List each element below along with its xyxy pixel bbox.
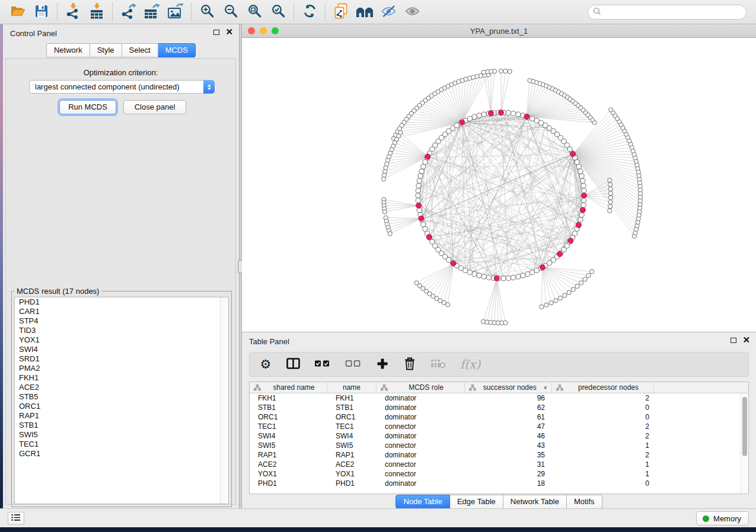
graph-node[interactable] [581, 203, 586, 207]
graph-node[interactable] [417, 178, 422, 183]
select-all-button[interactable] [314, 360, 331, 369]
table-row[interactable]: ACE2ACE2connector311 [250, 460, 741, 469]
table-row[interactable]: RAP1RAP1dominator352 [250, 450, 741, 460]
column-header-name[interactable]: name [327, 382, 377, 393]
tab-style[interactable]: Style [90, 43, 122, 57]
add-column-button[interactable] [376, 358, 389, 371]
graph-node[interactable] [503, 321, 508, 325]
table-scrollbar-thumb[interactable] [742, 397, 747, 456]
graph-node[interactable] [521, 273, 525, 278]
graph-node[interactable] [608, 204, 612, 209]
mcds-graph-node[interactable] [582, 193, 587, 198]
close-panel-icon[interactable]: ✕ [225, 29, 233, 35]
table-settings-button[interactable]: ⚙ [259, 358, 272, 370]
mcds-graph-node[interactable] [419, 216, 424, 221]
graph-node[interactable] [486, 275, 491, 280]
graph-node[interactable] [382, 210, 387, 214]
close-panel-button[interactable]: Close panel [123, 100, 186, 114]
graph-node[interactable] [467, 116, 472, 121]
table-tab-node-table[interactable]: Node Table [395, 495, 450, 509]
graph-node[interactable] [608, 200, 613, 204]
graph-node[interactable] [421, 222, 426, 227]
graph-node[interactable] [499, 69, 503, 73]
search-field[interactable] [588, 5, 747, 20]
table-row[interactable]: ORC1ORC1dominator610 [250, 412, 741, 422]
mcds-graph-node[interactable] [489, 111, 494, 116]
graph-node[interactable] [540, 305, 544, 309]
graph-node[interactable] [416, 188, 420, 193]
graph-node[interactable] [579, 213, 584, 217]
mcds-result-item[interactable]: FKH1 [15, 373, 228, 383]
graph-node[interactable] [458, 266, 463, 271]
table-scrollbar[interactable] [741, 393, 748, 493]
save-session-button[interactable] [30, 2, 53, 22]
table-tab-network-table[interactable]: Network Table [503, 495, 567, 509]
graph-node[interactable] [575, 159, 579, 164]
graph-node[interactable] [567, 290, 571, 294]
memory-button[interactable]: Memory [696, 511, 749, 525]
graph-node[interactable] [423, 159, 428, 164]
duplicate-network-button[interactable] [329, 2, 353, 22]
import-table-button[interactable] [85, 2, 109, 22]
graph-node[interactable] [467, 270, 472, 275]
graph-node[interactable] [472, 114, 477, 119]
graph-node[interactable] [549, 301, 553, 305]
graph-node[interactable] [558, 296, 562, 300]
optimization-criterion-select[interactable]: largest connected component (undirected) [29, 80, 215, 94]
mcds-result-item[interactable]: GCR1 [15, 449, 228, 459]
graph-node[interactable] [580, 178, 585, 183]
graph-node[interactable] [511, 111, 516, 116]
graph-node[interactable] [472, 272, 477, 277]
close-table-panel-icon[interactable]: ✕ [742, 337, 750, 343]
graph-node[interactable] [575, 284, 579, 289]
mcds-graph-node[interactable] [580, 207, 585, 213]
graph-node[interactable] [534, 268, 539, 273]
graph-node[interactable] [477, 273, 481, 278]
graph-node[interactable] [477, 113, 481, 118]
graph-node[interactable] [501, 276, 506, 281]
graph-node[interactable] [544, 303, 548, 307]
export-image-button[interactable] [164, 2, 187, 22]
mcds-result-item[interactable]: ORC1 [15, 402, 228, 411]
graph-node[interactable] [608, 182, 612, 187]
graph-node[interactable] [481, 70, 486, 74]
graph-node[interactable] [419, 169, 424, 174]
graph-node[interactable] [421, 164, 426, 169]
task-history-button[interactable] [8, 512, 24, 525]
network-window-titlebar[interactable]: YPA_prune.txt_1 [242, 24, 756, 38]
graph-node[interactable] [423, 226, 428, 231]
mcds-result-item[interactable]: RAP1 [15, 411, 228, 421]
mcds-list-scrollbar[interactable] [220, 297, 228, 504]
network-canvas[interactable] [242, 38, 756, 332]
tab-select[interactable]: Select [122, 43, 158, 57]
delete-column-button[interactable] [403, 357, 416, 372]
table-row[interactable]: STB1STB1dominator620 [250, 403, 741, 412]
graph-node[interactable] [590, 270, 594, 274]
export-network-button[interactable] [116, 2, 140, 22]
graph-node[interactable] [578, 169, 583, 174]
maximize-window-icon[interactable] [272, 27, 279, 34]
graph-node[interactable] [463, 268, 468, 273]
apply-layout-button[interactable] [298, 2, 321, 22]
mcds-graph-node[interactable] [425, 154, 430, 159]
table-row[interactable]: PHD1PHD1dominator180 [250, 479, 741, 488]
graph-node[interactable] [388, 232, 392, 236]
graph-node[interactable] [511, 275, 516, 280]
mcds-graph-node[interactable] [494, 275, 499, 281]
table-tab-edge-table[interactable]: Edge Table [450, 495, 503, 509]
mcds-result-item[interactable]: PMA2 [15, 364, 228, 373]
graph-node[interactable] [608, 191, 613, 196]
hide-selected-button[interactable] [377, 2, 400, 22]
column-header-predecessor-nodes[interactable]: predecessor nodes [552, 382, 654, 393]
graph-node[interactable] [417, 208, 422, 213]
graph-node[interactable] [538, 120, 543, 125]
tab-network[interactable]: Network [46, 43, 90, 57]
graph-node[interactable] [516, 112, 521, 117]
first-neighbors-button[interactable] [353, 2, 377, 22]
show-all-button[interactable] [400, 2, 424, 22]
zoom-fit-button[interactable] [243, 2, 266, 22]
open-file-button[interactable] [6, 2, 30, 22]
deselect-all-button[interactable] [345, 360, 362, 369]
mcds-graph-node[interactable] [540, 265, 546, 270]
mcds-graph-node[interactable] [557, 252, 563, 257]
